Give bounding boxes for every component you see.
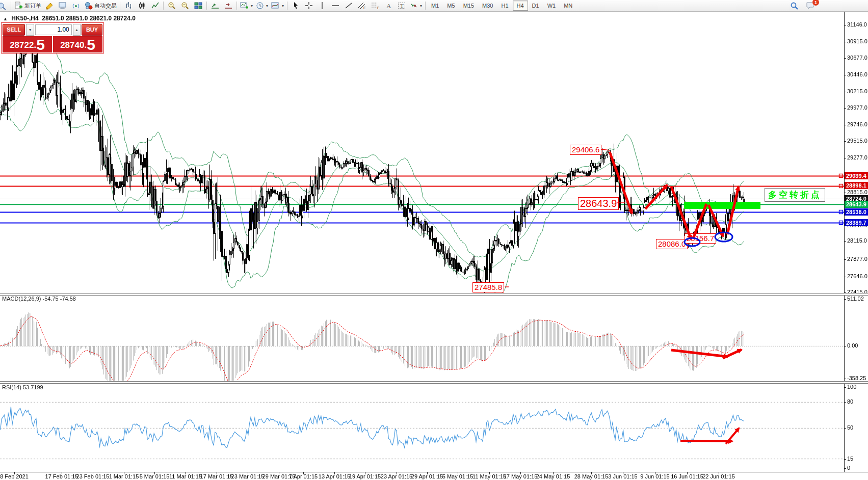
timeframe-mn[interactable]: MN: [560, 1, 576, 11]
scale-tick: [844, 459, 846, 460]
timeframe-strip: M1M5M15M30H1H4D1W1MN: [427, 1, 576, 11]
arrows-icon: [410, 2, 418, 10]
price-scale-label: 30915.0: [847, 38, 867, 44]
signals-button[interactable]: [69, 0, 83, 11]
price-scale-label: 28115.0: [847, 237, 867, 244]
new-chart-icon: [240, 2, 249, 10]
text-label-button[interactable]: T: [395, 0, 408, 11]
scale-tick: [844, 25, 846, 25]
bar-chart-button[interactable]: [122, 0, 135, 11]
price-annotation-label[interactable]: 27485.8: [472, 282, 504, 292]
period-dropdown[interactable]: ▾: [254, 0, 270, 11]
scale-tick: [844, 299, 846, 300]
sell-price-display[interactable]: 28722 . 5: [3, 36, 52, 52]
price-badge: 29039.4: [845, 172, 868, 179]
scale-tick: [844, 75, 846, 75]
line-chart-button[interactable]: [148, 0, 162, 11]
timeframe-m5[interactable]: M5: [443, 1, 459, 11]
time-axis-border: [0, 472, 868, 472]
main-toolbar: 新订单 自动交易 ▾ ▾ ▾ E F A T ▾ M: [0, 0, 868, 12]
macd-scale-label: -358.25: [847, 375, 866, 381]
time-axis-label: 23 Apr 01:15: [381, 473, 412, 479]
trendline-button[interactable]: [342, 0, 355, 11]
chart-shift-icon: [224, 2, 232, 10]
cursor-button[interactable]: [289, 0, 302, 11]
search-button[interactable]: [787, 0, 801, 11]
symbol-period-label: HK50-,H4: [11, 15, 38, 22]
horizontal-line-button[interactable]: [329, 0, 342, 11]
sell-button[interactable]: SELL: [3, 24, 25, 36]
scale-tick: [844, 125, 846, 125]
buy-price-display[interactable]: 28740 . 5: [53, 36, 102, 52]
candlestick-chart-button[interactable]: [135, 0, 148, 11]
timeframe-h1[interactable]: H1: [497, 1, 512, 11]
timeframe-m1[interactable]: M1: [427, 1, 443, 11]
volume-increase-button[interactable]: ▲: [73, 24, 81, 36]
price-annotation-label[interactable]: 28086.0: [656, 239, 688, 249]
timeframe-d1[interactable]: D1: [528, 1, 543, 11]
fibonacci-button[interactable]: F: [369, 0, 382, 11]
auto-scroll-button[interactable]: [208, 0, 222, 11]
equidistant-channel-button[interactable]: E: [355, 0, 369, 11]
note-text-box[interactable]: 多空转折点: [765, 188, 825, 202]
new-chart-dropdown[interactable]: ▾: [239, 0, 254, 11]
zoom-in-button[interactable]: [165, 0, 178, 11]
crosshair-button[interactable]: [302, 0, 315, 11]
price-annotation-label[interactable]: 28643.9: [578, 197, 619, 210]
price-annotation-label[interactable]: 29406.6: [570, 145, 601, 155]
new-order-button[interactable]: 新订单: [13, 0, 43, 11]
time-axis-label: 9 Jun 01:15: [640, 473, 670, 479]
auto-scroll-icon: [211, 2, 219, 10]
time-axis-label: 13 Apr 01:15: [319, 473, 350, 479]
rsi-scale-label: 100: [847, 384, 856, 390]
chart-title: ▲ HK50-,H4 28651.0 28851.0 28621.0 28724…: [3, 15, 136, 22]
template-icon: [271, 2, 280, 10]
time-axis-label: 11 Mar 01:15: [169, 473, 202, 479]
terminal-icon: [59, 2, 67, 10]
clipped-edge-icon[interactable]: [0, 0, 9, 11]
templates-dropdown[interactable]: ▾: [270, 0, 285, 11]
time-axis-label: 5 May 01:15: [442, 473, 474, 479]
price-chart-canvas[interactable]: [0, 0, 868, 480]
chart-shift-button[interactable]: [222, 0, 235, 11]
scale-tick: [844, 42, 846, 42]
price-scale-label: 29277.0: [847, 154, 867, 161]
volume-decrease-button[interactable]: ▼: [26, 24, 34, 36]
price-scale-label: 29515.0: [847, 138, 867, 144]
timeframe-h4[interactable]: H4: [513, 1, 528, 11]
horizontal-line-icon: [331, 2, 339, 10]
price-scale-label: 27646.0: [847, 273, 867, 279]
scale-tick: [844, 259, 846, 260]
time-axis-label: 19 Apr 01:15: [349, 473, 381, 479]
notification-badge: 1: [812, 0, 820, 6]
collapse-triangle-icon[interactable]: ▲: [3, 16, 8, 21]
arrows-dropdown[interactable]: ▾: [408, 0, 424, 11]
macd-pane-splitter[interactable]: [0, 293, 868, 296]
timeframe-m30[interactable]: M30: [478, 1, 497, 11]
clock-icon: [256, 2, 264, 10]
timeframe-m15[interactable]: M15: [459, 1, 478, 11]
volume-input[interactable]: [35, 24, 72, 35]
scale-tick: [844, 141, 846, 142]
text-button[interactable]: A: [382, 0, 395, 11]
price-scale-label: 30677.0: [847, 55, 867, 61]
buy-button[interactable]: BUY: [82, 24, 102, 36]
zoom-out-button[interactable]: [178, 0, 192, 11]
time-axis-label: 23 Mar 01:15: [231, 473, 265, 479]
metaeditor-button[interactable]: [43, 0, 56, 11]
macd-scale-label: 0.00: [847, 342, 858, 349]
time-axis-label: 22 Jun 01:15: [702, 473, 735, 479]
vertical-line-button[interactable]: [315, 0, 329, 11]
time-axis-label: 1 Mar 01:15: [109, 473, 139, 479]
tile-windows-button[interactable]: [192, 0, 205, 11]
rsi-pane-splitter[interactable]: [0, 381, 868, 384]
auto-trading-button[interactable]: 自动交易: [83, 0, 118, 11]
price-annotation-label[interactable]: 28156.7: [685, 233, 716, 244]
timeframe-w1[interactable]: W1: [543, 1, 560, 11]
time-axis-label: 29 Apr 01:15: [411, 473, 443, 479]
terminal-button[interactable]: [56, 0, 69, 11]
price-scale-border: [844, 12, 845, 472]
ohlc-values: 28651.0 28851.0 28621.0 28724.0: [42, 15, 136, 22]
community-chat-button[interactable]: 1: [804, 0, 817, 11]
svg-text:F: F: [377, 6, 379, 10]
